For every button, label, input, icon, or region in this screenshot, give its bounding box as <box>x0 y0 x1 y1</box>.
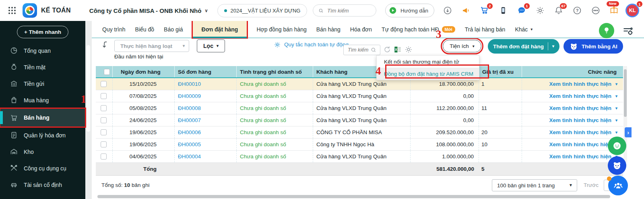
prev-page-button[interactable]: Trước <box>584 182 599 188</box>
avatar-badge: 1 <box>636 1 643 7</box>
tab-0[interactable]: Quy trình <box>102 21 126 37</box>
messenger-icon[interactable]: 1 <box>516 6 526 16</box>
row-action-link[interactable]: Xem tình hình thực hiện ▾ <box>522 90 623 102</box>
sidebar-item-0[interactable]: Tổng quan <box>0 42 85 59</box>
page-size-select[interactable]: 100 bản ghi trên 1 trang ▼ <box>492 179 577 191</box>
row-checkbox[interactable] <box>101 93 107 99</box>
order-number-link[interactable]: ĐH00010 <box>175 78 237 90</box>
bell-icon[interactable]: 67 <box>553 6 564 16</box>
sidebar-item-7[interactable]: Công cụ dụng cụ <box>0 160 85 176</box>
utilities-dropdown-button[interactable]: 3 Tiện ích ▾ <box>443 40 481 52</box>
ai-assistant-fab[interactable] <box>608 156 626 175</box>
gear-icon[interactable] <box>535 6 545 16</box>
market-cart-icon[interactable]: 2 <box>479 6 489 16</box>
menu-item-sync-amis-crm[interactable]: Đồng bộ đơn đặt hàng từ AMIS CRM <box>377 68 479 80</box>
company-selector[interactable]: Công ty Cổ phần MISA - ONB Khối Nhỏ ∨ <box>89 7 208 14</box>
header-order-no[interactable]: Số đơn hàng <box>175 66 237 77</box>
header-order-date[interactable]: Ngày đơn hàng <box>113 66 175 77</box>
add-with-ai-button[interactable]: Thêm bằng AI <box>564 39 623 54</box>
app-launcher-icon[interactable] <box>7 6 17 15</box>
order-number-link[interactable]: ĐH00007 <box>175 114 237 126</box>
table-row[interactable]: 05/08/2025 ĐH00008 Chưa ghi doanh số Cửa… <box>96 102 623 114</box>
more-options-icon[interactable] <box>590 6 601 16</box>
table-row[interactable]: 19/06/2025 ĐH00006 Chưa ghi doanh số CÔN… <box>96 126 623 139</box>
tab-6[interactable]: Hóa đơn <box>350 21 372 37</box>
table-vertical-scrollbar-thumb[interactable] <box>624 69 627 117</box>
row-action-link[interactable]: Xem tình hình thực hiện ▾ <box>522 151 623 162</box>
table-row[interactable]: 19/06/2025 ĐH00005 Chưa ghi doanh số Côn… <box>96 139 623 151</box>
sidebar-item-4[interactable]: Bán hàng 1 <box>0 108 85 127</box>
menu-item-ecommerce-connect[interactable]: Kết nối sàn thương mại điện tử <box>377 56 479 68</box>
row-checkbox[interactable] <box>101 153 107 160</box>
row-action-link[interactable]: Xem tình hình thực hiện ▾ <box>522 126 623 138</box>
order-number-link[interactable]: ĐH00004 <box>175 151 237 162</box>
order-number-link[interactable]: ĐH00008 <box>175 102 237 114</box>
sidebar-item-3[interactable]: Mua hàng <box>0 92 85 108</box>
table-search-input[interactable] <box>347 47 370 53</box>
row-action-link[interactable]: Xem tình hình thực hiện ▾ <box>522 78 623 90</box>
tab-5[interactable]: Bán hàng <box>316 21 341 37</box>
row-checkbox[interactable] <box>101 81 107 87</box>
auto-accounting-rule-link[interactable]: Quy tắc hạch toán tự động <box>274 40 353 49</box>
global-search[interactable] <box>313 4 376 17</box>
sidebar-item-5[interactable]: Quản lý hóa đơn <box>0 127 85 143</box>
table-total-row: Tổng 581.420.000,00 5 <box>96 163 623 176</box>
tab-2[interactable]: Báo giá <box>164 21 183 37</box>
chevron-down-icon: ▾ <box>183 44 185 48</box>
horizontal-scrollbar[interactable] <box>97 195 610 198</box>
select-all-checkbox[interactable] <box>104 69 110 75</box>
header-status[interactable]: Tình trạng ghi doanh số <box>237 66 313 77</box>
export-excel-icon[interactable]: X <box>393 45 402 54</box>
add-order-button[interactable]: Thêm đơn đặt hàng ▾ <box>488 39 559 54</box>
download-icon[interactable] <box>442 6 452 16</box>
global-search-input[interactable] <box>326 7 367 14</box>
view-settings-icon[interactable] <box>622 25 634 37</box>
row-action-link[interactable]: Xem tình hình thực hiện ▾ <box>522 114 623 126</box>
sort-direction-icon[interactable] <box>101 40 109 50</box>
row-action-link[interactable]: Xem tình hình thực hiện ▾ <box>522 102 623 114</box>
tab-9[interactable]: Khác ▾ <box>515 21 533 37</box>
order-number-link[interactable]: ĐH00005 <box>175 139 237 150</box>
table-row[interactable]: 04/06/2025 ĐH00004 Chưa ghi doanh số Cửa… <box>96 151 623 163</box>
megaphone-icon[interactable] <box>461 6 471 16</box>
quick-add-button[interactable]: + Thêm nhanh <box>17 26 68 38</box>
table-search[interactable] <box>343 45 380 55</box>
table-row[interactable]: 07/08/2025 ĐH00009 Chưa ghi doanh số Cửa… <box>96 90 623 102</box>
chevron-down-icon: ▾ <box>473 44 475 48</box>
order-number-link[interactable]: ĐH00006 <box>175 126 237 138</box>
user-avatar[interactable]: KL 1 <box>625 4 639 17</box>
row-checkbox[interactable] <box>101 117 107 123</box>
table-row[interactable]: 24/06/2025 ĐH00007 Chưa ghi doanh số Cửa… <box>96 114 623 126</box>
sidebar-scrollbar-thumb[interactable] <box>87 45 90 132</box>
workspace-pill[interactable]: 2024__VẬT LIỆU XÂY DỰNG <box>217 4 307 17</box>
refresh-icon[interactable] <box>383 45 392 54</box>
amount-exported-cell <box>479 151 522 162</box>
mobile-app-icon[interactable] <box>498 6 508 16</box>
batch-actions-dropdown[interactable]: Thực hiện hàng loạt ▾ <box>114 40 189 52</box>
sidebar-item-8[interactable]: Tài sản cố định <box>0 176 85 193</box>
row-checkbox[interactable] <box>101 105 107 111</box>
table-row[interactable]: 15/10/2025 ĐH00010 Chưa ghi doanh số Cửa… <box>96 78 623 90</box>
order-date-cell: 05/08/2025 <box>113 102 175 114</box>
sidebar-item-1[interactable]: Tiền mặt <box>0 59 85 75</box>
status-cell: Chưa ghi doanh số <box>237 151 313 162</box>
order-number-link[interactable]: ĐH00009 <box>175 90 237 102</box>
tab-7[interactable]: Tự động hạch toán HĐ Mới <box>382 21 455 37</box>
row-checkbox[interactable] <box>101 129 107 135</box>
table-settings-gear-icon[interactable] <box>404 45 413 54</box>
filter-button[interactable]: Lọc ▾ <box>197 39 225 52</box>
row-checkbox[interactable] <box>101 141 107 147</box>
tips-lightbulb-button[interactable] <box>599 23 614 38</box>
whats-new-icon[interactable]: New <box>609 6 619 16</box>
header-value-exported[interactable]: Giá trị đã xu <box>479 66 522 77</box>
tab-4[interactable]: Hợp đồng bán hàng <box>256 21 306 37</box>
tab-8[interactable]: Trả lại hàng bán <box>465 21 506 37</box>
expand-panel-button[interactable]: › <box>625 127 632 137</box>
support-chat-fab[interactable] <box>608 137 626 155</box>
help-icon[interactable]: ? <box>572 6 582 16</box>
sidebar-item-2[interactable]: Tiền gửi <box>0 75 85 92</box>
sidebar-item-6[interactable]: Kho <box>0 143 85 160</box>
tab-3[interactable]: Đơn đặt hàng 2 <box>193 21 247 37</box>
guide-button[interactable]: Hướng dẫn <box>385 4 434 17</box>
tab-1[interactable]: Biểu đồ <box>135 21 154 37</box>
